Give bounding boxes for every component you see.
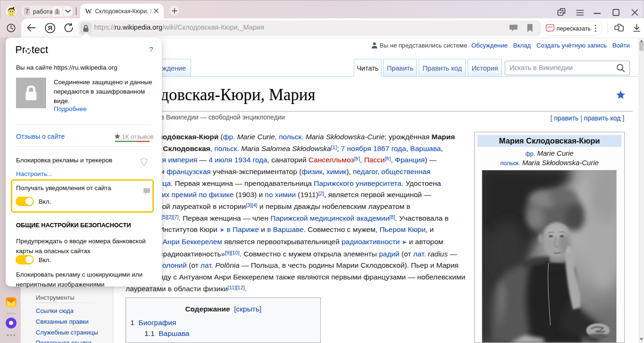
svg-text:““: ““ — [548, 25, 552, 31]
svg-text:W: W — [85, 8, 92, 15]
svg-text:Я: Я — [48, 24, 53, 32]
svg-text:1: 1 — [56, 9, 59, 14]
